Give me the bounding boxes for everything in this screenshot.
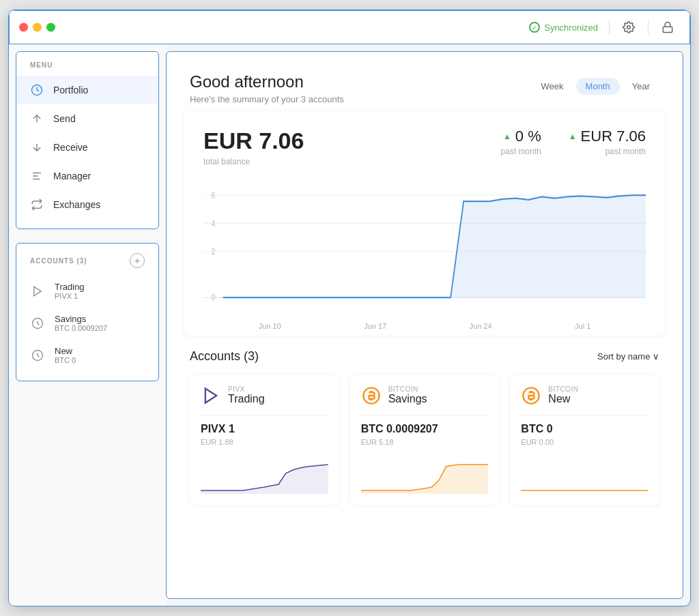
exchanges-icon [30, 198, 44, 211]
title-bar: ✓ Synchronized [9, 10, 690, 44]
percent-amount: 0 % [515, 128, 541, 145]
traffic-lights [19, 23, 55, 32]
account-cards: PIVX Trading PIVX 1 EUR 1.88 [190, 375, 659, 505]
receive-label: Receive [53, 142, 88, 153]
gear-icon[interactable] [620, 19, 637, 35]
balance-block: EUR 7.06 total balance [203, 128, 304, 166]
menu-label: Menu [16, 61, 158, 76]
account-card-new[interactable]: Bitcoin New BTC 0 EUR 0.00 [510, 375, 659, 505]
percent-arrow-icon: ▲ [503, 132, 511, 141]
balance-card: EUR 7.06 total balance ▲ 0 % past month [184, 111, 665, 336]
pivx-icon [201, 385, 221, 406]
card-divider-new [521, 415, 648, 416]
account-card-savings[interactable]: Bitcoin Savings BTC 0.0009207 EUR 5.18 [350, 375, 500, 505]
filter-week[interactable]: Week [532, 78, 573, 95]
trading-account-icon [30, 284, 45, 299]
sync-status: ✓ Synchronized [529, 22, 598, 33]
trading-account-name: Trading [55, 282, 85, 292]
balance-stats: ▲ 0 % past month ▲ EUR 7.06 past month [500, 128, 646, 156]
percent-value: ▲ 0 % [500, 128, 541, 145]
svg-point-0 [627, 26, 631, 29]
svg-text:6: 6 [211, 191, 215, 200]
eur-value: ▲ EUR 7.06 [569, 128, 646, 145]
eur-amount: EUR 7.06 [581, 128, 646, 145]
add-account-button[interactable]: + [130, 253, 145, 268]
close-button[interactable] [19, 23, 28, 32]
accounts-section: Accounts (3) Sort by name ∨ [173, 336, 676, 518]
sidebar-item-manager[interactable]: Manager [16, 162, 158, 190]
manager-label: Manager [53, 171, 91, 181]
card-divider-trading [201, 415, 328, 416]
chart-label-jun24: Jun 24 [470, 322, 492, 330]
savings-card-name: Savings [388, 393, 427, 405]
maximize-button[interactable] [46, 23, 55, 32]
filter-year[interactable]: Year [623, 78, 659, 95]
trading-card-chart [201, 453, 328, 494]
time-filters: Week Month Year [532, 78, 659, 95]
portfolio-icon [30, 83, 44, 97]
sidebar-item-send[interactable]: Send [16, 104, 158, 133]
portfolio-chart-svg: 6 4 2 0 [203, 180, 646, 317]
new-card-eur: EUR 0.00 [521, 438, 648, 446]
menu-section: Menu Portfolio Send [16, 51, 159, 229]
savings-account-icon [30, 316, 45, 331]
svg-marker-19 [205, 389, 216, 403]
main-layout: Menu Portfolio Send [9, 44, 690, 606]
savings-card-balance: BTC 0.0009207 [361, 423, 489, 435]
svg-marker-8 [34, 287, 42, 296]
filter-month[interactable]: Month [576, 78, 620, 95]
account-card-trading[interactable]: PIVX Trading PIVX 1 EUR 1.88 [190, 375, 339, 505]
trading-card-balance: PIVX 1 [201, 423, 328, 435]
send-label: Send [53, 113, 76, 124]
sidebar-item-portfolio[interactable]: Portfolio [16, 76, 158, 104]
accounts-sidebar-section: Accounts (3) + Trading PIVX 1 [16, 243, 159, 381]
exchanges-label: Exchanges [53, 199, 100, 210]
savings-account-sub: BTC 0.0009207 [55, 324, 107, 332]
new-account-name: New [55, 346, 76, 356]
sidebar-account-trading[interactable]: Trading PIVX 1 [16, 275, 158, 307]
minimize-button[interactable] [33, 23, 42, 32]
svg-rect-1 [663, 27, 672, 32]
savings-card-chart [361, 453, 489, 494]
new-card-currency: Bitcoin [548, 385, 578, 393]
sidebar-account-new[interactable]: New BTC 0 [16, 339, 158, 371]
balance-label: total balance [203, 157, 304, 166]
chevron-down-icon: ∨ [653, 351, 659, 362]
new-card-balance: BTC 0 [521, 423, 648, 435]
eur-label: past month [569, 147, 646, 156]
svg-text:4: 4 [211, 219, 215, 228]
greeting-title: Good afternoon [190, 72, 344, 91]
chart-label-jun17: Jun 17 [364, 322, 386, 330]
sort-value: name [628, 351, 651, 362]
portfolio-chart: 6 4 2 0 [203, 180, 646, 317]
percent-label: past month [500, 147, 541, 156]
lock-icon[interactable] [659, 19, 676, 35]
sort-selector[interactable]: Sort by name ∨ [597, 351, 659, 362]
card-header-new: Bitcoin New [521, 385, 648, 406]
svg-text:2: 2 [211, 247, 215, 256]
savings-btc-icon [361, 385, 382, 406]
divider-1 [609, 20, 610, 34]
main-content: Good afternoon Here's the summary of you… [166, 51, 683, 599]
accounts-section-title: Accounts (3) [190, 349, 259, 364]
svg-text:0: 0 [211, 293, 215, 302]
receive-icon [30, 141, 44, 154]
savings-card-eur: EUR 5.18 [361, 438, 489, 446]
new-card-name: New [548, 393, 578, 405]
savings-card-currency: Bitcoin [388, 385, 427, 393]
sort-by-label: Sort by [597, 351, 625, 362]
card-header-trading: PIVX Trading [201, 385, 328, 406]
greeting-block: Good afternoon Here's the summary of you… [190, 72, 344, 104]
percent-stat: ▲ 0 % past month [500, 128, 541, 156]
title-bar-right: ✓ Synchronized [529, 19, 676, 35]
new-account-sub: BTC 0 [55, 356, 76, 364]
sidebar-item-exchanges[interactable]: Exchanges [16, 190, 158, 219]
card-header-savings: Bitcoin Savings [361, 385, 489, 406]
new-account-icon [30, 348, 45, 363]
accounts-sidebar-label: Accounts (3) [30, 257, 87, 265]
sidebar-account-savings[interactable]: Savings BTC 0.0009207 [16, 307, 158, 339]
eur-stat: ▲ EUR 7.06 past month [569, 128, 646, 156]
sidebar-item-receive[interactable]: Receive [16, 133, 158, 162]
trading-card-eur: EUR 1.88 [201, 438, 328, 446]
eur-arrow-icon: ▲ [569, 132, 577, 141]
